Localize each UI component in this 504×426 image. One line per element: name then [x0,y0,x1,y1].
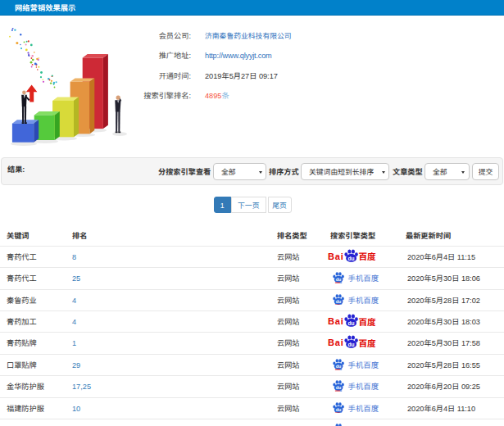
svg-text:du: du [335,407,341,412]
svg-text:du: du [335,386,341,391]
svg-text:du: du [348,320,355,325]
svg-text:du: du [335,278,341,283]
svg-text:du: du [335,364,341,369]
svg-text:du: du [348,342,355,347]
svg-text:du: du [335,299,341,304]
svg-text:du: du [348,255,355,261]
